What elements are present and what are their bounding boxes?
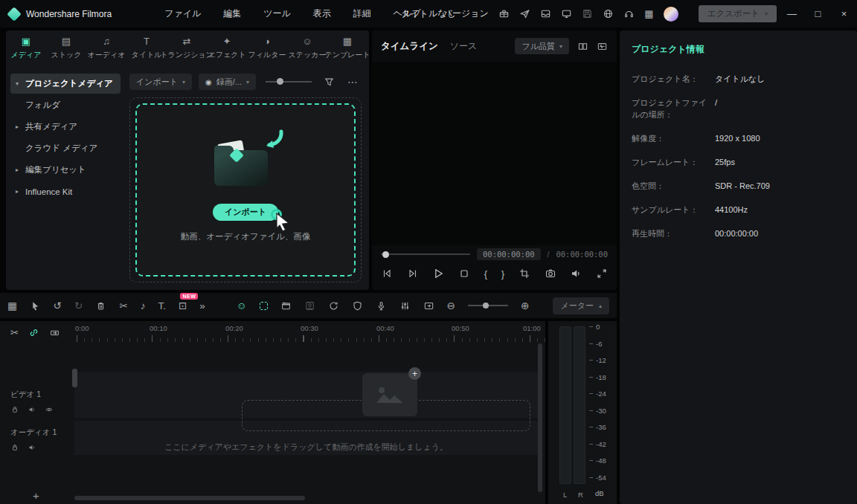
quality-dropdown[interactable]: フル品質▾ (515, 38, 569, 54)
vertical-scrollbar[interactable] (538, 343, 542, 492)
redo-icon[interactable]: ↻ (74, 300, 83, 311)
resources-icon[interactable] (498, 8, 510, 19)
thumbnail-size-slider[interactable] (266, 81, 312, 83)
tab-stock[interactable]: ▤ストック (46, 36, 86, 68)
lock-icon[interactable] (10, 443, 19, 452)
more-tools-icon[interactable]: » (199, 300, 205, 311)
menu-advanced[interactable]: 詳細 (342, 0, 382, 28)
apps-grid-icon[interactable]: ▦ (644, 8, 653, 19)
menu-view[interactable]: 表示 (302, 0, 342, 28)
meter-toggle[interactable]: メーター ▴ (553, 297, 609, 314)
zoom-knob[interactable] (483, 303, 489, 308)
split-view-icon[interactable] (577, 41, 588, 52)
add-track-button[interactable]: + (33, 489, 39, 502)
crop-icon[interactable] (519, 268, 530, 280)
record-dropdown[interactable]: ◉録画/...▾ (199, 74, 256, 90)
cloud-globe-icon[interactable] (603, 8, 614, 19)
import-tray-icon[interactable] (540, 8, 551, 19)
chevron-up-icon: ▴ (599, 303, 602, 309)
tab-transitions[interactable]: ⇄トランジション (167, 36, 207, 68)
text-tool-icon[interactable]: T. (158, 300, 166, 311)
menu-tools[interactable]: ツール (252, 0, 302, 28)
tab-templates[interactable]: ▦テンプレート (327, 36, 367, 68)
meter-channel-left: L (563, 491, 567, 499)
mark-in-icon[interactable]: { (484, 268, 487, 280)
seek-knob[interactable] (382, 251, 389, 258)
audio-note-icon[interactable]: ♪ (141, 300, 146, 311)
seek-slider[interactable] (381, 253, 470, 255)
tab-timeline-preview[interactable]: タイムライン (381, 40, 438, 53)
microphone-icon[interactable] (376, 300, 387, 311)
horizontal-scrollbar[interactable] (74, 496, 305, 500)
fullscreen-icon[interactable] (596, 268, 608, 280)
import-dropdown[interactable]: インポート▾ (129, 74, 192, 90)
close-button[interactable]: × (831, 0, 857, 28)
tab-filters[interactable]: ◑フィルター (247, 36, 287, 68)
sidebar-item-edit-presets[interactable]: ▸編集プリセット (10, 160, 121, 180)
filter-funnel-icon[interactable] (324, 77, 335, 88)
mark-out-icon[interactable]: } (501, 268, 504, 280)
clapper-icon[interactable] (280, 300, 292, 311)
cut-scissors-icon[interactable]: ✂ (10, 326, 19, 338)
project-info-title: プロジェクト情報 (620, 30, 857, 68)
preview-panel: タイムライン ソース フル品質▾ 00:00:00:00 / 00:00:00:… (372, 30, 617, 290)
shield-icon[interactable] (352, 300, 363, 311)
mouse-cursor (271, 209, 299, 237)
slider-knob[interactable] (277, 78, 283, 85)
media-view-grid-icon[interactable]: ▦ (7, 300, 17, 311)
sidebar-item-shared-media[interactable]: ▸共有メディア (10, 117, 121, 137)
sidebar-item-influence-kit[interactable]: ▸Influence Kit (10, 181, 121, 201)
split-scissors-icon[interactable]: ✂ (119, 300, 127, 311)
scope-waveform-icon[interactable] (597, 41, 608, 52)
portrait-card-icon[interactable] (304, 300, 315, 311)
preview-viewport[interactable] (372, 62, 617, 245)
timeline-ruler[interactable]: 0:00 00:10 00:20 00:30 00:40 00:50 01:00 (74, 321, 545, 342)
account-avatar[interactable] (664, 7, 678, 22)
next-frame-icon[interactable] (407, 268, 419, 280)
import-dropzone[interactable]: インポート 動画、オーディオファイル、画像 (135, 103, 356, 277)
mute-speaker-icon[interactable] (28, 405, 36, 414)
mixer-sliders-icon[interactable] (399, 300, 411, 311)
link-clips-icon[interactable] (28, 327, 39, 338)
zoom-in-icon[interactable]: ⊕ (521, 300, 529, 311)
menu-edit[interactable]: 編集 (212, 0, 252, 28)
previous-frame-icon[interactable] (381, 268, 393, 280)
import-button[interactable]: インポート (213, 204, 278, 221)
share-icon[interactable] (519, 8, 530, 19)
screen-record-icon[interactable] (423, 300, 434, 311)
crop-tool-icon[interactable]: ⊡NEW (179, 300, 187, 311)
volume-icon[interactable] (570, 268, 582, 280)
maximize-button[interactable]: □ (805, 0, 831, 28)
eye-visibility-icon[interactable] (45, 405, 54, 414)
timeline-zoom-slider[interactable] (468, 305, 508, 306)
snapshot-camera-icon[interactable] (545, 268, 556, 280)
support-headset-icon[interactable] (623, 8, 635, 19)
lock-icon[interactable] (10, 405, 19, 414)
tab-media[interactable]: ▣メディア (6, 36, 46, 68)
undo-icon[interactable]: ↺ (54, 300, 62, 311)
stop-button[interactable] (458, 268, 470, 280)
menu-file[interactable]: ファイル (153, 0, 212, 28)
select-cursor-icon[interactable] (30, 300, 41, 311)
zoom-out-icon[interactable]: ⊖ (447, 300, 455, 311)
save-icon[interactable] (582, 8, 593, 19)
ripple-edit-icon[interactable] (49, 327, 60, 338)
monitor-icon[interactable] (561, 8, 572, 19)
marquee-select-icon[interactable] (260, 302, 268, 310)
sidebar-item-project-media[interactable]: ▾プロジェクトメディア (10, 74, 121, 94)
tab-stickers[interactable]: ☺ステッカー (287, 36, 327, 68)
more-options-icon[interactable]: ⋯ (341, 76, 362, 88)
play-button[interactable] (432, 268, 444, 280)
tab-source-preview[interactable]: ソース (450, 40, 478, 53)
delete-trash-icon[interactable] (95, 300, 106, 311)
export-button[interactable]: エクスポート ▾ (699, 5, 777, 22)
sync-icon[interactable] (328, 300, 339, 311)
add-media-plus-icon[interactable]: + (408, 367, 421, 380)
mute-speaker-icon[interactable] (28, 443, 36, 452)
tab-audio[interactable]: ♫オーディオ (86, 36, 126, 68)
ai-portrait-smiley-icon[interactable]: ☺ (237, 300, 247, 311)
tab-effects[interactable]: ✦エフェクト (207, 36, 247, 68)
sidebar-item-folder[interactable]: フォルダ (10, 95, 121, 115)
sidebar-item-cloud-media[interactable]: クラウド メディア (10, 138, 121, 158)
minimize-button[interactable]: — (779, 0, 805, 28)
